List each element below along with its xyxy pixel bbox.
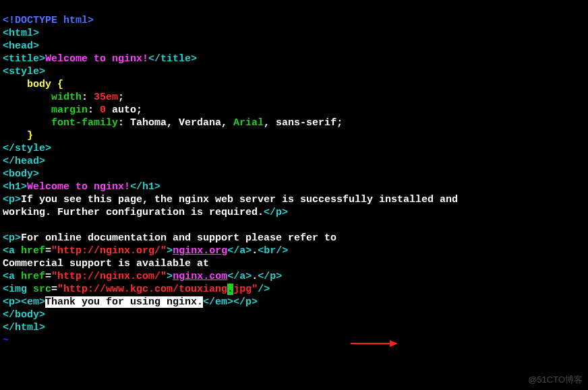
code-editor-view[interactable]: <!DOCTYPE html> <html> <head> <title>Wel… xyxy=(0,0,588,348)
tag-title-close: </title> xyxy=(148,53,197,65)
css-ff-vals: Tahoma, Verdana, xyxy=(124,117,233,129)
tag-a-close: </a> xyxy=(227,245,252,257)
selected-text: Thank you for using nginx. xyxy=(45,296,203,308)
css-margin-tail: auto xyxy=(106,104,136,116)
tag-html-open: <html> xyxy=(3,28,39,39)
tag-a-open: <a xyxy=(3,245,15,257)
quote: " xyxy=(252,284,258,295)
doctype-decl: <!DOCTYPE html> xyxy=(3,15,94,26)
css-margin-key: margin xyxy=(51,104,88,116)
attr-href: href xyxy=(15,245,45,257)
tag-p-close: </p> xyxy=(264,207,288,218)
tag-a-close: </a> xyxy=(227,271,252,282)
tag-html-close: </html> xyxy=(3,322,45,333)
img-url-post: jpg xyxy=(233,284,252,295)
tag-style-close: </style> xyxy=(3,143,51,154)
tag-h1-open: <h1> xyxy=(3,181,27,193)
css-margin-v0: 0 xyxy=(100,104,106,116)
css-ff-tail: , sans-serif xyxy=(264,117,336,129)
semi: ; xyxy=(118,92,124,103)
tag-h1-close: </h1> xyxy=(130,181,160,193)
css-selector: body xyxy=(27,79,51,90)
tag-title-open: <title> xyxy=(3,53,45,65)
tag-p-open: <p> xyxy=(3,296,21,308)
tag-p-open: <p> xyxy=(3,232,21,244)
quote: " xyxy=(51,271,57,282)
tag-body-open: <body> xyxy=(3,168,39,180)
quote: " xyxy=(51,245,57,257)
tag-a-open: <a xyxy=(3,271,15,282)
tag-img-open: <img xyxy=(3,284,27,295)
quote: " xyxy=(160,271,167,282)
colon: : xyxy=(88,104,100,116)
tag-body-close: </body> xyxy=(3,309,45,321)
attr-href: href xyxy=(15,271,45,282)
link1-url: http://nginx.org/ xyxy=(57,245,160,257)
text-cursor: . xyxy=(227,284,233,295)
colon: : xyxy=(118,117,124,129)
tag-head-close: </head> xyxy=(3,156,45,167)
css-brace-open: { xyxy=(51,79,63,90)
eq: = xyxy=(51,284,57,295)
semi: ; xyxy=(136,104,142,116)
tag-end: > xyxy=(167,271,173,282)
quote: " xyxy=(57,284,63,295)
colon: : xyxy=(82,92,94,103)
link1-text: nginx.org xyxy=(173,245,227,257)
para2: For online documentation and support ple… xyxy=(21,232,336,244)
vim-tilde: ~ xyxy=(3,335,9,346)
css-width-key: width xyxy=(51,92,82,103)
h1-text: Welcome to nginx! xyxy=(27,181,130,193)
tag-style-open: <style> xyxy=(3,66,45,77)
tag-br: <br/> xyxy=(258,245,288,257)
eq: = xyxy=(45,271,51,282)
tag-head-open: <head> xyxy=(3,40,39,52)
attr-src: src xyxy=(27,284,51,295)
img-url-pre: http://www.kgc.com/touxiang xyxy=(63,284,227,295)
quote: " xyxy=(160,245,167,257)
tag-selfclose: /> xyxy=(258,284,270,295)
tag-p-close: </p> xyxy=(233,296,258,308)
semi: ; xyxy=(336,117,343,129)
para1: If you see this page, the nginx web serv… xyxy=(21,194,458,205)
eq: = xyxy=(45,245,51,257)
tag-em-open: <em> xyxy=(21,296,45,308)
tag-p-close: </p> xyxy=(258,271,282,282)
para1b: working. Further configuration is requir… xyxy=(3,207,264,218)
tag-end: > xyxy=(167,245,173,257)
para3: Commercial support is available at xyxy=(3,258,209,269)
dot: . xyxy=(252,271,258,282)
watermark-text: @51CTO博客 xyxy=(528,373,583,386)
css-width-val: 35em xyxy=(94,92,118,103)
css-ff-arial: Arial xyxy=(233,117,264,129)
link2-url: http://nginx.com/ xyxy=(57,271,160,282)
tag-p-open: <p> xyxy=(3,194,21,205)
css-ff-key: font-family xyxy=(51,117,118,129)
css-brace-close: } xyxy=(27,130,33,141)
link2-text: nginx.com xyxy=(173,271,227,282)
tag-em-close: </em> xyxy=(203,296,233,308)
title-text: Welcome to nginx! xyxy=(45,53,148,65)
dot: . xyxy=(252,245,258,257)
